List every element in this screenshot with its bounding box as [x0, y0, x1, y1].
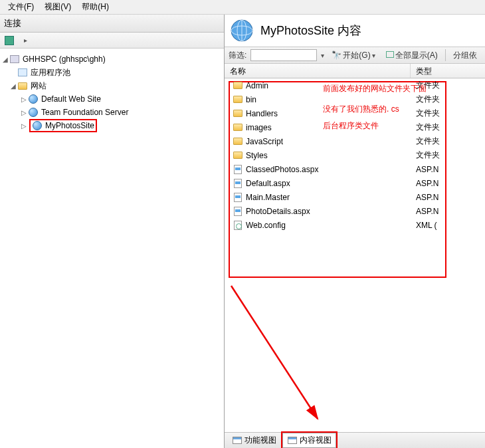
item-type: ASP.N — [411, 193, 485, 202]
apppool-icon — [17, 67, 28, 78]
filter-groupby[interactable]: 分组依 — [450, 48, 480, 62]
item-name: JavaScript — [246, 137, 283, 146]
list-body: Admin文件夹bin文件夹Handlers文件夹images文件夹JavaSc… — [225, 78, 485, 432]
expand-icon[interactable]: ▸ — [19, 34, 32, 47]
connections-toolbar: ▸ — [0, 33, 224, 49]
col-name[interactable]: 名称 — [225, 64, 411, 78]
folder-icon — [233, 108, 243, 119]
menu-help[interactable]: 帮助(H) — [76, 0, 114, 14]
item-type: 文件夹 — [411, 136, 485, 147]
tree-root-label: GHHSPC (ghhspc\ghh) — [23, 55, 106, 64]
annotation-line2: 没有了我们熟悉的. cs — [323, 103, 442, 116]
tree: ◢ GHHSPC (ghhspc\ghh) 应用程序池 ◢ 网站 ▷ Defau… — [0, 49, 224, 448]
bottom-tabs: 功能视图 内容视图 — [225, 432, 485, 448]
annotation-text: 前面发布好的网站文件夹下面 没有了我们熟悉的. cs 后台程序类文件 — [323, 82, 442, 133]
features-icon — [232, 435, 242, 446]
tab-features-label: 功能视图 — [244, 435, 276, 446]
aspx-icon — [233, 192, 243, 203]
tree-apppool-label: 应用程序池 — [31, 67, 70, 78]
item-name: images — [246, 123, 272, 132]
tree-site-tfs-label: Team Foundation Server — [41, 108, 128, 117]
tree-root[interactable]: ◢ GHHSPC (ghhspc\ghh) — [1, 53, 223, 66]
filter-go[interactable]: 🔭 开始(G) ▾ — [328, 48, 378, 62]
tab-content-label: 内容视图 — [300, 435, 332, 446]
annotation-line1: 前面发布好的网站文件夹下面 — [323, 82, 442, 95]
item-name: Main.Master — [246, 193, 290, 202]
folder-icon — [233, 94, 243, 105]
filter-bar: 筛选: ▾ 🔭 开始(G) ▾ 全部显示(A) 分组依 — [225, 47, 485, 64]
content-icon — [287, 435, 298, 446]
list-item[interactable]: JavaScript文件夹 — [225, 134, 485, 148]
filter-groupby-label: 分组依 — [453, 50, 477, 61]
tree-site-default[interactable]: ▷ Default Web Site — [1, 92, 223, 106]
item-type: XML ( — [411, 221, 485, 230]
highlight-selected-site: MyPhotosSite — [29, 119, 97, 132]
filter-label: 筛选: — [229, 50, 246, 61]
aspx-icon — [233, 178, 243, 189]
annotation-line3: 后台程序类文件 — [323, 120, 442, 132]
item-name: Handlers — [246, 109, 278, 118]
item-name: PhotoDetails.aspx — [246, 207, 310, 216]
item-name: Web.config — [246, 221, 286, 230]
showall-icon — [386, 51, 394, 60]
tree-sites-label: 网站 — [31, 80, 47, 92]
globe-icon — [32, 120, 43, 131]
item-type: ASP.N — [411, 179, 485, 188]
folder-icon — [233, 80, 243, 91]
item-name: ClassedPhotos.aspx — [246, 165, 318, 174]
menu-file[interactable]: 文件(F) — [3, 0, 39, 14]
conf-icon — [233, 220, 243, 231]
item-name: Admin — [246, 81, 268, 90]
tree-site-tfs[interactable]: ▷ Team Foundation Server — [1, 106, 223, 119]
item-type: ASP.N — [411, 207, 485, 216]
filter-showall-label: 全部显示(A) — [395, 50, 438, 61]
tab-content[interactable]: 内容视图 — [282, 433, 336, 448]
filter-go-label: 开始(G) — [343, 50, 370, 61]
binoculars-icon: 🔭 — [332, 51, 341, 60]
item-type: 文件夹 — [411, 150, 485, 161]
item-name: Styles — [246, 151, 268, 160]
globe-icon — [28, 107, 39, 118]
list-item[interactable]: ClassedPhotos.aspxASP.N — [225, 162, 485, 176]
list-item[interactable]: Main.MasterASP.N — [225, 190, 485, 204]
aspx-icon — [233, 164, 243, 175]
tab-features[interactable]: 功能视图 — [227, 433, 281, 448]
server-icon — [9, 54, 20, 64]
connections-title: 连接 — [0, 15, 224, 33]
list-header: 名称 类型 — [225, 64, 485, 78]
filter-dropdown-icon[interactable]: ▾ — [321, 52, 324, 59]
folder-icon — [233, 122, 243, 133]
menu-bar: 文件(F) 视图(V) 帮助(H) — [0, 0, 485, 15]
globe-large-icon — [230, 19, 254, 43]
list-item[interactable]: PhotoDetails.aspxASP.N — [225, 204, 485, 218]
aspx-icon — [233, 206, 243, 217]
tree-site-myphotos[interactable]: ▷ MyPhotosSite — [1, 119, 223, 132]
globe-icon — [28, 94, 39, 104]
list-item[interactable]: Styles文件夹 — [225, 148, 485, 162]
item-name: Default.aspx — [246, 179, 290, 188]
filter-input[interactable] — [250, 49, 317, 61]
tree-sites[interactable]: ◢ 网站 — [1, 79, 223, 92]
sites-folder-icon — [17, 80, 28, 91]
content-panel: MyPhotosSite 内容 筛选: ▾ 🔭 开始(G) ▾ 全部显示(A) … — [225, 15, 485, 448]
item-name: bin — [246, 95, 256, 104]
tree-apppool[interactable]: 应用程序池 — [1, 66, 223, 79]
content-header: MyPhotosSite 内容 — [225, 15, 485, 47]
filter-showall[interactable]: 全部显示(A) — [383, 48, 441, 62]
folder-icon — [233, 150, 243, 161]
folder-icon — [233, 136, 243, 147]
list-item[interactable]: Web.configXML ( — [225, 218, 485, 232]
col-type[interactable]: 类型 — [411, 64, 485, 78]
list-item[interactable]: Default.aspxASP.N — [225, 176, 485, 190]
connections-panel: 连接 ▸ ◢ GHHSPC (ghhspc\ghh) 应用程序池 ◢ 网站 ▷ — [0, 15, 225, 448]
content-title: MyPhotosSite 内容 — [260, 23, 361, 39]
tree-site-myphotos-label: MyPhotosSite — [45, 121, 94, 130]
highlight-content-tab: 内容视图 — [281, 431, 338, 448]
save-icon[interactable] — [3, 34, 16, 47]
tree-site-default-label: Default Web Site — [41, 94, 101, 104]
item-type: ASP.N — [411, 165, 485, 174]
menu-view[interactable]: 视图(V) — [39, 0, 76, 14]
